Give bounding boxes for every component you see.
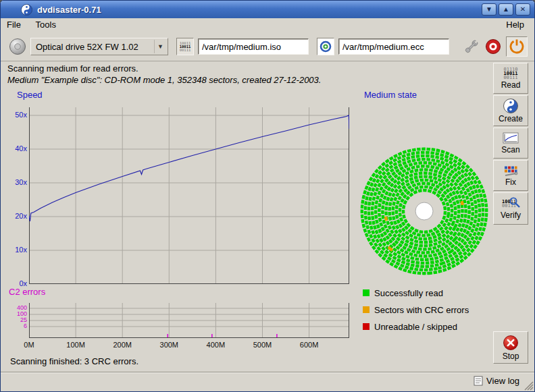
stop-button[interactable]: Stop <box>493 331 528 364</box>
help-icon[interactable] <box>484 38 502 55</box>
fix-tools-icon <box>503 165 519 177</box>
xtick-label: 100M <box>62 341 89 349</box>
menu-help[interactable]: Help <box>500 18 530 31</box>
statusbar: View log <box>1 372 534 391</box>
preferences-wrench-icon[interactable] <box>463 38 480 55</box>
medium-state-disc <box>358 145 490 277</box>
ytick-label: 10x <box>2 246 27 254</box>
ytick-label: 30x <box>2 178 27 186</box>
log-icon <box>474 376 483 386</box>
drive-select[interactable]: Optical drive 52X FW 1.02 ▼ <box>30 38 168 55</box>
iso-file-icon: 100111001100111 <box>176 38 194 55</box>
resize-grip[interactable] <box>524 381 534 391</box>
xtick-label: 0M <box>16 341 43 349</box>
legend-color-crc <box>363 306 370 313</box>
main-content: Scanning medium for read errors. Medium … <box>1 61 534 373</box>
c2-errors-chart <box>29 303 349 338</box>
c2tick-label: 6 <box>2 323 27 329</box>
toolbar: Optical drive 52X FW 1.02 ▼ 100111001100… <box>1 32 534 61</box>
c2-chart-title: C2 errors <box>9 287 45 297</box>
speed-chart-title: Speed <box>17 90 43 100</box>
drive-select-value: Optical drive 52X FW 1.02 <box>36 42 138 52</box>
xtick-label: 600M <box>296 341 323 349</box>
titlebar[interactable]: dvdisaster-0.71 ▼ ▲ ✕ <box>1 1 534 18</box>
legend-color-unreadable <box>363 323 370 330</box>
menubar: File Tools Help <box>1 18 534 32</box>
ecc-file-icon <box>317 38 334 55</box>
ytick-label: 0x <box>2 279 27 287</box>
window-title: dvdisaster-0.71 <box>37 5 101 15</box>
legend-item-unreadable: Unreadable / skipped <box>363 322 457 331</box>
create-yinyang-icon <box>503 99 518 113</box>
xtick-label: 500M <box>249 341 276 349</box>
chevron-down-icon: ▼ <box>154 40 166 53</box>
scan-button[interactable]: Scan <box>493 128 528 159</box>
status-line-2: Medium "Example disc": CD-ROM mode 1, 35… <box>7 75 321 85</box>
ytick-label: 40x <box>2 144 27 152</box>
read-binary-icon: 01110 10011 00111 <box>503 67 517 80</box>
verify-button[interactable]: 10011 00111 Verify <box>493 192 528 225</box>
optical-drive-icon[interactable] <box>9 38 26 55</box>
verify-magnifier-icon: 10011 00111 <box>502 198 519 210</box>
xtick-label: 300M <box>155 341 182 349</box>
ytick-label: 50x <box>2 111 27 119</box>
menu-tools[interactable]: Tools <box>30 18 62 31</box>
status-line-1: Scanning medium for read errors. <box>7 63 138 74</box>
legend-item-crc: Sectors with CRC errors <box>363 305 469 314</box>
xtick-label: 400M <box>202 341 229 349</box>
read-button[interactable]: 01110 10011 00111 Read <box>493 63 528 94</box>
menu-file[interactable]: File <box>1 18 27 31</box>
stop-icon <box>503 335 519 351</box>
medium-state-title: Medium state <box>364 90 417 100</box>
ecc-path-input[interactable] <box>338 38 449 55</box>
fix-button[interactable]: Fix <box>493 160 528 191</box>
speed-chart <box>29 107 349 284</box>
view-log-button[interactable]: View log <box>474 376 519 386</box>
ytick-label: 20x <box>2 212 27 220</box>
xtick-label: 200M <box>109 341 136 349</box>
legend-color-success <box>363 289 370 296</box>
iso-path-input[interactable] <box>198 38 309 55</box>
power-icon <box>509 38 525 55</box>
scan-chart-icon <box>503 132 519 144</box>
maximize-button[interactable]: ▲ <box>499 3 513 16</box>
finished-status-text: Scanning finished: 3 CRC errors. <box>10 356 138 366</box>
create-button[interactable]: Create <box>493 95 528 126</box>
app-window: dvdisaster-0.71 ▼ ▲ ✕ File Tools Help Op… <box>0 0 535 392</box>
close-button[interactable]: ✕ <box>515 3 530 16</box>
app-logo-yinyang-icon <box>21 4 32 16</box>
legend-item-success: Successfully read <box>363 288 443 298</box>
minimize-button[interactable]: ▼ <box>482 3 496 16</box>
quit-button[interactable] <box>506 36 528 57</box>
